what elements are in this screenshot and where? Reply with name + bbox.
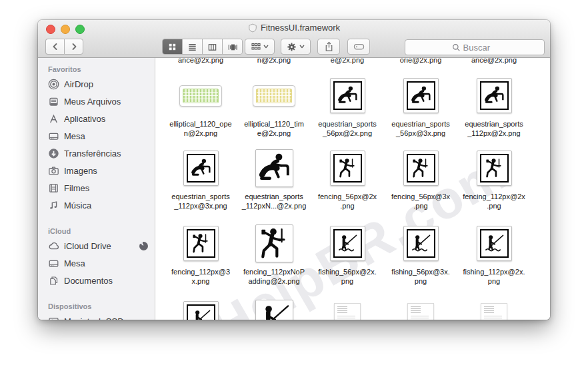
file-name: fencing_56px@2x .png	[318, 192, 377, 210]
search-field[interactable]	[405, 39, 545, 55]
file-item[interactable]: fishing_112px@2x. png	[457, 224, 531, 286]
file-item[interactable]	[311, 300, 384, 320]
disk-icon	[48, 316, 59, 320]
icon-view-button[interactable]	[163, 39, 183, 54]
sidebar-section-title: iCloud	[38, 222, 155, 237]
forward-button[interactable]	[64, 39, 83, 55]
sidebar-item-label: Meus Arquivos	[64, 97, 121, 107]
file-name: equestrian_sports _56px@3x.png	[391, 119, 449, 138]
sidebar-item-macintosh-ssd[interactable]: Macintosh SSD	[38, 312, 155, 320]
file-name: elliptical_1120_ope n@2x.png	[169, 119, 231, 138]
list-view-button[interactable]	[183, 39, 203, 54]
file-item[interactable]: fencing_56px@3x .png	[384, 149, 457, 210]
file-item[interactable]: equestrian_sports _112pxN...@2x.png	[237, 149, 311, 210]
sidebar-item-label: Transferências	[64, 149, 121, 159]
file-name: equestrian_sports _112px@3x.png	[171, 192, 229, 210]
sidebar-section-title: Favoritos	[38, 61, 155, 75]
fencing-thumbnail	[183, 226, 219, 261]
file-name: elliptical_1120_tim e@2x.png	[244, 119, 304, 138]
file-item[interactable]: equestrian_sports _112px@3x.png	[164, 149, 237, 210]
file-item[interactable]	[237, 300, 311, 320]
file-item[interactable]: fencing_112px@3 x.png	[164, 224, 237, 286]
column-view-icon	[207, 42, 217, 52]
file-grid-row: fencing_112px@3 x.pngfencing_112pxNoP ad…	[164, 224, 531, 286]
apps-icon	[48, 113, 59, 125]
grid-view-icon	[167, 42, 177, 52]
file-item[interactable]: fencing_112px@2x .png	[457, 149, 531, 210]
sidebar-item-airdrop[interactable]: AirDrop	[38, 75, 155, 93]
sidebar-item-aplicativos[interactable]: Aplicativos	[38, 110, 155, 127]
sidebar-item-label: iCloud Drive	[64, 241, 111, 251]
file-item[interactable]	[384, 300, 457, 320]
fencing-thumbnail	[477, 151, 512, 186]
file-item[interactable]	[457, 300, 531, 320]
sidebar-item-label: Aplicativos	[64, 114, 105, 124]
chevron-down-icon	[299, 45, 305, 49]
file-item[interactable]: elliptical_1120_tim e@2x.png	[237, 77, 311, 138]
file-item[interactable]: fishing_56px@3x. png	[384, 224, 457, 286]
sidebar-item-label: Documentos	[64, 276, 113, 286]
equestrian-pictogram-icon	[484, 85, 505, 106]
partial-file-label-row: ance@2x.pngn@2x.pnge@2x.pngorie@2x.pngan…	[164, 58, 531, 64]
document-thumbnail	[334, 303, 361, 320]
fencing-pictogram-icon	[258, 227, 291, 260]
search-input[interactable]	[463, 43, 498, 53]
sidebar-item-filmes[interactable]: Filmes	[38, 179, 155, 196]
window-title: FitnessUI.framework	[261, 23, 340, 33]
nav-buttons	[45, 39, 83, 55]
column-view-button[interactable]	[203, 39, 223, 54]
films-icon	[48, 182, 59, 194]
back-button[interactable]	[45, 39, 64, 55]
file-grid-row	[164, 300, 531, 320]
sidebar-item-label: Filmes	[64, 183, 89, 193]
fencing-pictogram-icon	[337, 158, 358, 179]
docs2-icon	[48, 275, 59, 286]
sidebar-item-meus-arquivos[interactable]: Meus Arquivos	[38, 93, 155, 110]
sidebar-item-m-sica[interactable]: Música	[38, 196, 155, 214]
fishing-pictogram-icon	[258, 302, 291, 320]
chevron-down-icon	[263, 45, 269, 49]
equestrian-pictogram-icon	[191, 158, 211, 179]
file-name-partial: ance@2x.png	[164, 58, 237, 64]
file-item[interactable]: elliptical_1120_ope n@2x.png	[164, 77, 237, 138]
equestrian-thumbnail	[330, 78, 365, 113]
sidebar-item-label: AirDrop	[64, 79, 93, 89]
file-item[interactable]: equestrian_sports _112px@2x.png	[457, 77, 531, 138]
file-item[interactable]: fishing_56px@2x. png	[311, 224, 384, 286]
file-name-partial: e@2x.png	[311, 58, 384, 64]
file-name: fencing_112pxNoP adding@2x.png	[243, 267, 305, 286]
equestrian-pictogram-icon	[411, 85, 431, 106]
images-icon	[48, 165, 59, 177]
file-grid-row: elliptical_1120_ope n@2x.pngelliptical_1…	[164, 77, 531, 138]
file-name: fishing_112px@2x. png	[463, 267, 525, 286]
arrange-button[interactable]	[245, 39, 275, 55]
file-item[interactable]: equestrian_sports _56px@3x.png	[384, 77, 457, 138]
desktop-icon	[48, 131, 59, 142]
desktop-icon	[48, 258, 59, 269]
docs-icon	[48, 96, 59, 107]
sidebar-item-transfer-ncias[interactable]: Transferências	[38, 145, 155, 162]
elliptical-thumbnail	[253, 85, 295, 107]
action-button[interactable]	[281, 39, 311, 55]
coverflow-view-button[interactable]	[223, 39, 242, 54]
equestrian-thumbnail	[477, 78, 512, 113]
share-button[interactable]	[317, 39, 340, 55]
sidebar-item-icloud-drive[interactable]: iCloud Drive	[38, 237, 155, 254]
search-icon	[452, 43, 461, 52]
equestrian-thumbnail	[403, 78, 439, 113]
file-item[interactable]: fencing_112pxNoP adding@2x.png	[237, 224, 311, 286]
sidebar-item-mesa[interactable]: Mesa	[38, 127, 155, 145]
sidebar-item-imagens[interactable]: Imagens	[38, 162, 155, 179]
sidebar-item-label: Mesa	[64, 258, 85, 268]
sidebar-item-documentos[interactable]: Documentos	[38, 272, 155, 289]
coverflow-view-icon	[227, 42, 238, 52]
tag-button[interactable]	[347, 39, 370, 55]
downloads-icon	[48, 148, 59, 159]
file-item[interactable]: fencing_56px@2x .png	[311, 149, 384, 210]
equestrian-thumbnail	[183, 151, 219, 186]
framework-proxy-icon	[248, 23, 257, 33]
fishing-pictogram-icon	[337, 233, 358, 254]
file-item[interactable]	[164, 300, 237, 320]
sidebar-item-mesa[interactable]: Mesa	[38, 254, 155, 272]
file-item[interactable]: equestrian_sports _56px@2x.png	[311, 77, 384, 138]
